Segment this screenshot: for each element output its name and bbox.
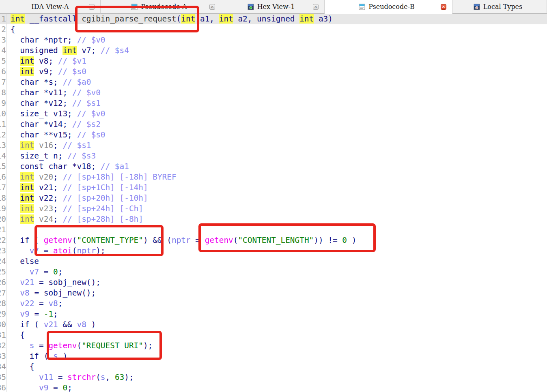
close-icon[interactable]: ✕: [209, 4, 215, 10]
code-line[interactable]: 14 size_t n; // $s3: [0, 151, 547, 161]
line-number: 30: [0, 319, 7, 330]
tab-label: IDA View-A: [31, 3, 69, 11]
code-text: size_t v13; // $v0: [7, 109, 106, 119]
code-line[interactable]: 18 int v22; // [sp+20h] [-10h]: [0, 193, 547, 203]
code-text: v9 = -1;: [7, 309, 58, 319]
code-line[interactable]: 12 char **v15; // $s0: [0, 130, 547, 140]
code-text: if ( s ): [7, 351, 67, 362]
code-line[interactable]: 17 int v21; // [sp+1Ch] [-14h]: [0, 182, 547, 193]
code-line[interactable]: 25 v7 = 0;: [0, 267, 547, 277]
close-icon[interactable]: ✕: [89, 4, 95, 10]
code-line[interactable]: 32 s = getenv("REQUEST_URI");: [0, 341, 547, 351]
code-text: char **v15; // $s0: [7, 130, 106, 140]
tab-label: Local Types: [483, 3, 523, 11]
code-line[interactable]: 5 int v8; // $v1: [0, 56, 547, 66]
code-line[interactable]: 9 char *v12; // $s1: [0, 98, 547, 109]
code-line[interactable]: 13 int v16; // $s1: [0, 140, 547, 151]
line-number: 20: [0, 214, 7, 225]
code-text: if ( v21 && v8 ): [7, 319, 96, 330]
code-line[interactable]: 7 char *s; // $a0: [0, 77, 547, 88]
line-number: 25: [0, 267, 7, 277]
line-number: 18: [0, 193, 7, 203]
code-text: v22 = v8;: [7, 298, 62, 309]
tab-label: Pseudocode A: [141, 3, 187, 11]
code-text: int v22; // [sp+20h] [-10h]: [7, 193, 148, 203]
code-line[interactable]: 15 const char *v18; // $a1: [0, 161, 547, 172]
code-text: char *v12; // $s1: [7, 98, 101, 109]
line-number: 36: [0, 383, 7, 392]
close-icon[interactable]: ✕: [441, 4, 446, 10]
line-number: 28: [0, 298, 7, 309]
line-number: 5: [0, 56, 7, 66]
pseudocode-view[interactable]: 1int __fastcall cgibin_parse_request(int…: [0, 14, 547, 392]
code-text: int v20; // [sp+18h] [-18h] BYREF: [7, 172, 177, 182]
code-text: int v16; // $s1: [7, 140, 91, 151]
code-text: int v23; // [sp+24h] [-Ch]: [7, 203, 143, 214]
tab-pseudocode-b[interactable]: Pseudocode-B✕: [325, 0, 452, 14]
line-number: 26: [0, 277, 7, 288]
code-text: v7 = 0;: [7, 267, 62, 277]
code-line[interactable]: 34 {: [0, 362, 547, 372]
tab-pseudocode-a[interactable]: Pseudocode A✕: [101, 0, 221, 14]
code-line[interactable]: 16 int v20; // [sp+18h] [-18h] BYREF: [0, 172, 547, 182]
line-number: 24: [0, 256, 7, 267]
line-number: 23: [0, 246, 7, 256]
line-number: 33: [0, 351, 7, 362]
code-text: char *nptr; // $v0: [7, 35, 106, 45]
code-line[interactable]: 11 char *v14; // $s2: [0, 119, 547, 130]
code-line[interactable]: 36 v9 = 0;: [0, 383, 547, 392]
line-number: 3: [0, 35, 7, 45]
code-text: int v21; // [sp+1Ch] [-14h]: [7, 182, 148, 193]
code-line[interactable]: 23 v7 = atoi(nptr);: [0, 246, 547, 256]
code-line[interactable]: 33 if ( s ): [0, 351, 547, 362]
code-text: unsigned int v7; // $s4: [7, 45, 129, 56]
code-line[interactable]: 10 size_t v13; // $v0: [0, 109, 547, 119]
code-line[interactable]: 19 int v23; // [sp+24h] [-Ch]: [0, 203, 547, 214]
pseudocode-icon: [131, 4, 138, 10]
line-number: 31: [0, 330, 7, 341]
line-number: 12: [0, 130, 7, 140]
code-line[interactable]: 30 if ( v21 && v8 ): [0, 319, 547, 330]
tab-ida-view-a[interactable]: IDA View-A✕: [0, 0, 101, 14]
code-text: int v9; // $s0: [7, 66, 86, 77]
code-text: v21 = sobj_new();: [7, 277, 101, 288]
code-line[interactable]: 3 char *nptr; // $v0: [0, 35, 547, 45]
code-line[interactable]: 1int __fastcall cgibin_parse_request(int…: [0, 14, 547, 24]
code-text: int v24; // [sp+28h] [-8h]: [7, 214, 143, 225]
code-line[interactable]: 31 {: [0, 330, 547, 341]
code-line[interactable]: 21: [0, 225, 547, 235]
line-number: 29: [0, 309, 7, 319]
code-line[interactable]: 24 else: [0, 256, 547, 267]
ida-window: { "window": {"app": "IDA Pro", "view": "…: [0, 0, 547, 392]
line-number: 2: [0, 24, 7, 35]
tab-hex-view-1[interactable]: Hex View-1✕: [221, 0, 325, 14]
line-number: 32: [0, 341, 7, 351]
code-text: char *v14; // $s2: [7, 119, 101, 130]
code-line[interactable]: 6 int v9; // $s0: [0, 66, 547, 77]
tab-local-types[interactable]: 0Local Types: [452, 0, 547, 14]
code-line[interactable]: 8 char *v11; // $v0: [0, 88, 547, 98]
code-line[interactable]: 29 v9 = -1;: [0, 309, 547, 319]
code-text: {: [7, 24, 15, 35]
code-line[interactable]: 28 v22 = v8;: [0, 298, 547, 309]
code-line[interactable]: 26 v21 = sobj_new();: [0, 277, 547, 288]
code-line[interactable]: 27 v8 = sobj_new();: [0, 288, 547, 298]
code-text: int v8; // $v1: [7, 56, 86, 66]
line-number: 8: [0, 88, 7, 98]
code-line[interactable]: 20 int v24; // [sp+28h] [-8h]: [0, 214, 547, 225]
line-number: 14: [0, 151, 7, 161]
line-number: 11: [0, 119, 7, 130]
code-line[interactable]: 4 unsigned int v7; // $s4: [0, 45, 547, 56]
tab-label: Hex View-1: [257, 3, 295, 11]
code-text: {: [7, 362, 34, 372]
line-number: 17: [0, 182, 7, 193]
code-text: [7, 225, 11, 235]
line-number: 22: [0, 235, 7, 246]
line-number: 34: [0, 362, 7, 372]
code-line[interactable]: 22 if ( getenv("CONTENT_TYPE") && (nptr …: [0, 235, 547, 246]
code-line[interactable]: 35 v11 = strchr(s, 63);: [0, 372, 547, 383]
code-line[interactable]: 2{: [0, 24, 547, 35]
line-number: 35: [0, 372, 7, 383]
line-number: 27: [0, 288, 7, 298]
close-icon[interactable]: ✕: [313, 4, 319, 10]
